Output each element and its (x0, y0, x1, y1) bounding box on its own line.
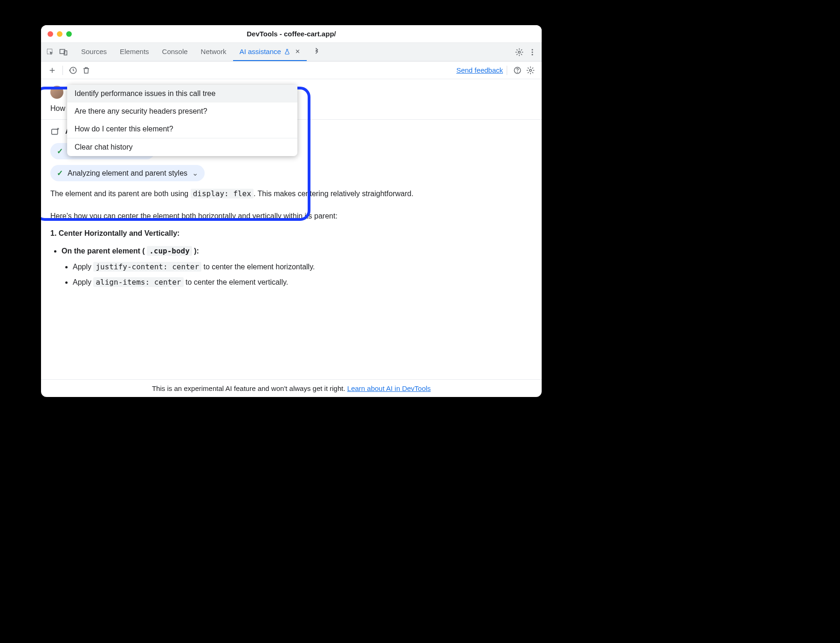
user-avatar (50, 86, 63, 99)
svg-point-3 (518, 51, 521, 53)
ai-sparkle-icon (50, 126, 61, 137)
svg-rect-10 (52, 129, 58, 134)
window-title: DevTools - coffee-cart.app/ (41, 30, 542, 38)
list-item: Apply align-items: center to center the … (73, 274, 532, 290)
delete-icon[interactable] (80, 64, 93, 77)
settings-gear-icon[interactable] (513, 46, 526, 59)
new-chat-icon[interactable] (46, 64, 59, 77)
list-item: On the parent element ( .cup-body ): App… (62, 243, 532, 292)
close-tab-icon[interactable]: ✕ (295, 48, 300, 55)
panel-toolbar: Send feedback (41, 62, 542, 79)
ai-paragraph: The element and its parent are both usin… (41, 181, 542, 204)
svg-point-9 (530, 69, 532, 71)
tab-sources[interactable]: Sources (75, 43, 113, 61)
history-item[interactable]: How do I center this element? (67, 120, 297, 138)
chevron-down-icon: ⌄ (192, 169, 198, 178)
ai-heading: 1. Center Horizontally and Vertically: (41, 226, 542, 241)
learn-more-link[interactable]: Learn about AI in DevTools (347, 384, 431, 392)
svg-point-5 (532, 51, 533, 53)
history-item[interactable]: Are there any security headers present? (67, 103, 297, 120)
disclaimer-footer: This is an experimental AI feature and w… (41, 379, 542, 397)
svg-point-6 (532, 54, 533, 55)
more-menu-icon[interactable] (526, 46, 539, 59)
help-icon[interactable] (511, 64, 524, 77)
main-tabbar: Sources Elements Console Network AI assi… (41, 43, 542, 62)
history-icon[interactable] (67, 64, 80, 77)
svg-point-8 (517, 72, 518, 72)
inspect-element-icon[interactable] (44, 46, 57, 59)
tab-network[interactable]: Network (194, 43, 233, 61)
list-item: Apply justify-content: center to center … (73, 259, 532, 275)
clear-history-item[interactable]: Clear chat history (67, 138, 297, 156)
tab-ai-assistance[interactable]: AI assistance ✕ (233, 43, 307, 61)
device-toggle-icon[interactable] (57, 46, 70, 59)
check-icon: ✓ (57, 169, 63, 178)
check-icon: ✓ (57, 147, 63, 156)
svg-point-4 (532, 49, 533, 50)
flask-icon (284, 48, 290, 55)
ai-bullet-list: On the parent element ( .cup-body ): App… (41, 241, 542, 294)
tabs-overflow-icon[interactable] (307, 43, 327, 61)
titlebar: DevTools - coffee-cart.app/ (41, 25, 542, 43)
step-chip[interactable]: ✓ Analyzing element and parent styles ⌄ (50, 165, 205, 181)
history-item[interactable]: Identify performance issues in this call… (67, 85, 297, 103)
history-dropdown: Identify performance issues in this call… (67, 85, 297, 156)
devtools-window: DevTools - coffee-cart.app/ Sources Elem… (41, 25, 542, 397)
send-feedback-link[interactable]: Send feedback (456, 66, 503, 74)
tab-console[interactable]: Console (156, 43, 194, 61)
ai-paragraph: Here's how you can center the element bo… (41, 204, 542, 226)
panel-settings-icon[interactable] (524, 64, 537, 77)
tab-elements[interactable]: Elements (113, 43, 156, 61)
